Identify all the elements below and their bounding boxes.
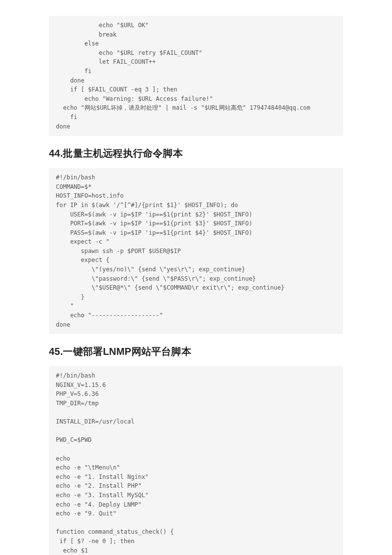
code-block-44: #!/bin/bash COMMAND=$* HOST_INFO=host.in… (49, 168, 343, 334)
code-block-45: #!/bin/bash NGINX_V=1.15.6 PHP_V=5.6.36 … (49, 366, 343, 555)
heading-44: 44.批量主机远程执行命令脚本 (49, 147, 343, 160)
heading-45: 45.一键部署LNMP网站平台脚本 (49, 345, 343, 358)
page: echo "$URL OK" break else echo "$URL ret… (0, 16, 392, 555)
code-block-43-continued: echo "$URL OK" break else echo "$URL ret… (49, 16, 343, 136)
content-column: echo "$URL OK" break else echo "$URL ret… (0, 16, 392, 555)
